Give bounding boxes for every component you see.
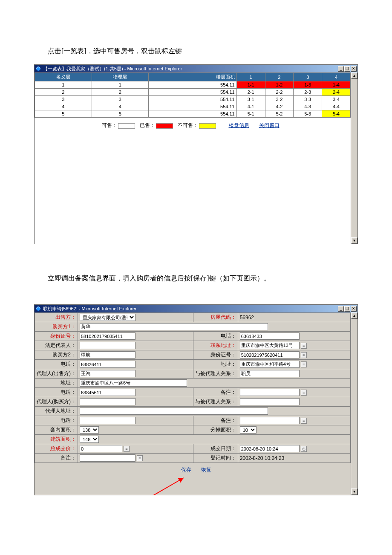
label-agent-rel-2: 与被代理人关系： <box>193 397 238 407</box>
cell-area: 554.11 <box>149 103 237 110</box>
room-cell[interactable]: 2-4 <box>322 89 351 96</box>
save-link[interactable]: 保存 <box>181 467 191 473</box>
room-cell[interactable]: 3-4 <box>322 96 351 103</box>
contact-addr-input[interactable] <box>240 342 300 349</box>
room-cell[interactable]: 4-4 <box>322 103 351 110</box>
total-price-input[interactable] <box>80 445 122 452</box>
label-phone-3: 电话： <box>35 388 78 397</box>
calc-icon[interactable]: ≡ <box>124 446 130 452</box>
room-cell[interactable]: 4-3 <box>294 103 322 110</box>
clock-icon[interactable]: ◷ <box>301 446 307 452</box>
memo-icon[interactable]: ≡ <box>301 343 307 349</box>
close-button[interactable]: ✕ <box>351 306 357 312</box>
column-header: 1 <box>236 73 265 81</box>
minimize-button[interactable]: _ <box>338 66 344 72</box>
room-cell[interactable]: 1-1 <box>236 81 265 89</box>
scroll-up-icon[interactable]: ▲ <box>351 312 357 319</box>
swatch-unavailable <box>199 123 216 129</box>
label-build-area: 建筑面积： <box>35 435 78 444</box>
phone4-input[interactable] <box>80 417 135 424</box>
room-cell[interactable]: 5-1 <box>236 110 265 118</box>
room-cell[interactable]: 4-2 <box>265 103 294 110</box>
scroll-down-icon[interactable]: ▼ <box>351 237 357 244</box>
room-cell[interactable]: 3-2 <box>265 96 294 103</box>
label-phone-2: 电话： <box>35 360 78 369</box>
remark3-input[interactable] <box>80 454 135 462</box>
address2-input[interactable] <box>240 361 300 368</box>
room-cell[interactable]: 2-3 <box>294 89 322 96</box>
inner-area-select[interactable]: 138 <box>80 426 99 434</box>
arrow-annotation-icon <box>141 474 192 495</box>
agent-addr-input[interactable] <box>80 408 268 415</box>
memo-icon[interactable]: ≡ <box>301 418 307 424</box>
build-area-select[interactable]: 148 <box>80 436 99 443</box>
maximize-button[interactable]: ❐ <box>344 66 350 72</box>
label-buyer2: 购买方2： <box>35 350 78 360</box>
room-cell[interactable]: 3-1 <box>236 96 265 103</box>
remark-input[interactable] <box>240 389 300 396</box>
room-cell[interactable]: 5-3 <box>294 110 322 118</box>
room-cell[interactable]: 2-1 <box>236 89 265 96</box>
room-cell[interactable]: 5-2 <box>265 110 294 118</box>
agent-rel2-input[interactable] <box>240 398 300 405</box>
ie-icon <box>35 306 41 312</box>
remark2-input[interactable] <box>240 417 300 424</box>
label-id-no: 身份证号： <box>35 332 78 341</box>
cell-area: 554.11 <box>149 110 237 118</box>
agent-buyer-input[interactable] <box>80 398 135 405</box>
agent-seller-input[interactable] <box>80 370 135 377</box>
window-floor-list: 【一览表】我爱我家（测试）(1,共5层) - Microsoft Interne… <box>34 64 358 244</box>
scrollbar-vertical[interactable]: ▲ ▼ <box>351 312 357 495</box>
label-seller: 出售方： <box>35 313 78 322</box>
svg-line-2 <box>145 478 184 495</box>
cell-name-floor: 1 <box>35 81 92 89</box>
room-cell[interactable]: 1-2 <box>265 81 294 89</box>
close-button[interactable]: ✕ <box>351 66 357 72</box>
id2-input[interactable] <box>240 351 300 358</box>
label-phone-4: 电话： <box>35 416 78 425</box>
id-input[interactable] <box>80 332 135 340</box>
form-actions: 保存 恢复 <box>35 463 357 477</box>
agent-rel-input[interactable] <box>240 370 300 377</box>
memo-icon[interactable]: ≡ <box>301 361 307 367</box>
label-agent-seller: 代理人(出售方)： <box>35 369 78 379</box>
label-deal-date: 成交日期： <box>193 444 238 454</box>
label-buyer1: 购买方1： <box>35 322 78 332</box>
room-cell[interactable]: 4-1 <box>236 103 265 110</box>
scroll-up-icon[interactable]: ▲ <box>351 72 357 79</box>
link-building-info[interactable]: 楼盘信息 <box>229 122 249 128</box>
link-close-window[interactable]: 关闭窗口 <box>259 122 280 128</box>
buyer2-input[interactable] <box>80 351 135 358</box>
scroll-down-icon[interactable]: ▼ <box>351 489 357 495</box>
room-cell[interactable]: 3-3 <box>294 96 322 103</box>
legend-sold-label: 已售： <box>140 122 155 128</box>
minimize-button[interactable]: _ <box>338 306 344 312</box>
seller-select[interactable]: 重庆家家有限公司(测试) <box>80 314 135 321</box>
maximize-button[interactable]: ❐ <box>344 306 350 312</box>
cell-phys-floor: 2 <box>92 89 149 96</box>
legal-rep-input[interactable] <box>80 342 135 349</box>
room-cell[interactable]: 1-3 <box>294 81 322 89</box>
scrollbar-vertical[interactable]: ▲ ▼ <box>351 72 357 244</box>
address-input[interactable] <box>80 379 187 387</box>
buyer1-input[interactable] <box>80 323 268 330</box>
room-cell[interactable]: 5-4 <box>322 110 351 118</box>
memo-icon[interactable]: ≡ <box>137 455 143 461</box>
memo-icon[interactable]: ≡ <box>301 352 307 358</box>
share-area-select[interactable]: 10 <box>240 426 257 434</box>
table-row: 33554.113-13-23-33-4 <box>35 96 351 103</box>
memo-icon[interactable]: ≡ <box>301 390 307 396</box>
label-phone: 电话： <box>193 332 238 341</box>
cell-phys-floor: 3 <box>92 96 149 103</box>
label-inner-area: 套内面积： <box>35 425 78 435</box>
restore-link[interactable]: 恢复 <box>201 467 211 473</box>
deal-date-input[interactable] <box>240 445 300 452</box>
room-cell[interactable]: 1-4 <box>322 81 351 89</box>
phone3-input[interactable] <box>80 389 135 396</box>
phone2-input[interactable] <box>80 361 135 368</box>
room-cell[interactable]: 2-2 <box>265 89 294 96</box>
table-row: 11554.111-11-21-31-4 <box>35 81 351 89</box>
phone-input[interactable] <box>240 332 300 340</box>
ie-icon <box>35 66 41 72</box>
swatch-sold <box>156 123 173 129</box>
